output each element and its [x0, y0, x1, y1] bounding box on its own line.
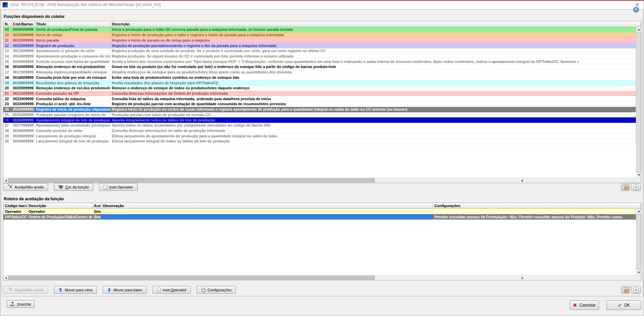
function-color-button[interactable]: Cor da função — [54, 183, 93, 191]
column-header-codbarras[interactable]: Cód.Barras — [12, 21, 35, 27]
cell-observacao — [101, 209, 433, 214]
cell-barcode: 0024009999 — [12, 107, 35, 112]
table-row[interactable]: 150015009999Conf.de insumo com baixa de … — [3, 59, 636, 64]
table-row[interactable]: 220022009999Consulta talões da máquinaCo… — [3, 96, 636, 101]
column-header-observacao[interactable]: Observação — [101, 203, 433, 208]
scroll-up-icon[interactable] — [636, 27, 641, 32]
table-row[interactable]: OperadorOperadorSim — [3, 209, 636, 214]
hscrollbar-thumb[interactable] — [8, 276, 375, 280]
cell-title: Lançamento integral de lote de produção — [35, 139, 110, 144]
table-row[interactable]: 140014009999Apontamento produção e consu… — [3, 54, 636, 59]
functions-grid-header: N. Cód.Barras Título Descrição — [3, 21, 641, 27]
operator-instructions-button[interactable]: Instr.Operador — [152, 286, 191, 294]
column-header-descricao[interactable]: Descrição — [27, 203, 92, 208]
excel-export-icon — [634, 184, 638, 189]
configurations-button[interactable]: Configurações — [196, 286, 236, 294]
ok-button[interactable]: OK — [606, 300, 641, 310]
cell-description: Registro de produção parcial com aceitaç… — [110, 101, 636, 107]
cell-ace: Sim — [92, 214, 101, 219]
cell-description: Consulta lista de talões da máquina info… — [110, 96, 636, 101]
scroll-down-icon[interactable] — [636, 270, 641, 275]
table-row[interactable]: 230023009999Produção c/ aceit. qtd. ins.… — [3, 101, 636, 107]
cell-barcode: 0029009999 — [12, 133, 35, 138]
grid-settings-button[interactable] — [621, 286, 630, 294]
column-header-codigo-barras[interactable]: Código barras — [3, 203, 27, 208]
cell-barcode: 0010009999 — [12, 32, 35, 38]
table-row[interactable]: 090009009999Início de produção/Final de … — [3, 27, 636, 32]
functions-export-group — [621, 183, 641, 191]
table-row[interactable]: 240024009999Registro de início de produç… — [3, 107, 636, 112]
column-header-ace[interactable]: Ace — [92, 203, 101, 208]
table-row[interactable]: 290029009999Lançamento de produção integ… — [3, 133, 636, 139]
excel-export-button[interactable] — [631, 183, 641, 191]
cell-title: Registro de produção — [35, 43, 110, 48]
table-row[interactable]: 100010009999Início de setupRegistra o in… — [3, 32, 636, 38]
main-panel: Funções disponíveis do coletor N. Cód.Ba… — [1, 9, 643, 296]
scroll-up-icon[interactable] — [636, 209, 641, 214]
import-button[interactable]: Importar — [7, 300, 35, 308]
column-header-n[interactable]: N. — [3, 21, 12, 27]
cell-ace: Sim — [92, 209, 101, 214]
functions-vscrollbar[interactable] — [636, 27, 641, 178]
accept-reject-button[interactable]: Aceita/Não aceita — [3, 183, 48, 191]
column-header-descricao[interactable]: Descrição — [110, 21, 641, 27]
scroll-left-icon[interactable] — [3, 275, 8, 280]
cell-title: Início de produção/Final de parada — [35, 27, 110, 32]
help-button[interactable]: ? — [633, 7, 639, 13]
cell-description: Remove o endereço de estoque de todos os… — [110, 86, 636, 91]
scroll-left-icon[interactable] — [3, 178, 8, 183]
table-row[interactable]: 210021009999Consulta posição da OPConsul… — [3, 91, 636, 96]
table-row[interactable]: 270027009999Apontamento talão acumulado … — [3, 123, 636, 128]
move-up-button[interactable]: Mover para cima — [54, 286, 97, 294]
table-row[interactable]: 260026009999Apontamento integral de lote… — [3, 117, 636, 123]
cell-barcode: 0013009999 — [12, 48, 35, 53]
column-header-configuracoes[interactable]: Configurações — [433, 203, 641, 208]
table-row[interactable]: 110011009999Início paradaRegistra o iníc… — [3, 38, 636, 43]
table-row[interactable]: 250025009999Produção parcial c/registro … — [3, 112, 636, 118]
table-row[interactable]: 130013009999Apontamento c/ geração de sé… — [3, 48, 636, 54]
roteiro-hscrollbar[interactable] — [3, 275, 525, 280]
roteiro-vscrollbar[interactable] — [636, 209, 641, 275]
table-row[interactable]: 160016009999Alteração endereço de est.pr… — [3, 64, 636, 70]
cell-description: Grava no lote ou produto (se não for con… — [110, 64, 636, 69]
scroll-right-icon[interactable] — [520, 178, 525, 183]
scroll-down-icon[interactable] — [636, 173, 641, 178]
cell-barcode: 0030009999 — [12, 139, 35, 144]
cell-description: Registra produção. Se algum insumo do CC… — [110, 54, 636, 59]
cell-description: Aceita a leitura dos insumos controlados… — [110, 59, 636, 64]
arrow-down-icon — [107, 288, 111, 292]
cell-description: Registra produção de uma unidade do prod… — [110, 48, 636, 53]
cell-n: 16 — [3, 64, 12, 69]
grid-export-icon — [623, 287, 629, 292]
cell-title: Produção c/ aceit. qtd. ins./lote — [35, 101, 110, 107]
cell-title: Registro de início de produção c/apontam — [35, 107, 110, 112]
cell-n: 29 — [3, 133, 12, 138]
table-row[interactable]: 280028009999Consulta posição do talãoCon… — [3, 128, 636, 134]
grid-settings-button[interactable] — [621, 183, 630, 191]
table-row[interactable]: 180018009999Consulta prod./lote por end.… — [3, 75, 636, 80]
table-row[interactable]: 170017009999Alteração endereço/quantidad… — [3, 70, 636, 75]
table-row[interactable]: 120012009999Registro de produçãoRegistra… — [3, 43, 636, 48]
operator-instructions-button[interactable]: Instr.Operador — [99, 183, 137, 191]
table-row[interactable]: 200020009999Remoção endereço de est.dos … — [3, 86, 636, 91]
functions-caption: Funções disponíveis do coletor — [4, 14, 65, 19]
cell-configuracoes — [433, 209, 636, 214]
functions-hscrollbar[interactable] — [3, 178, 525, 183]
vscrollbar-thumb[interactable] — [637, 32, 641, 173]
column-header-titulo[interactable]: Título — [35, 21, 110, 27]
vscrollbar-thumb[interactable] — [637, 214, 641, 270]
hscrollbar-thumb[interactable] — [8, 178, 375, 182]
scroll-right-icon[interactable] — [520, 275, 525, 280]
cancel-icon — [573, 302, 577, 308]
cell-n: 19 — [3, 80, 12, 85]
cell-description: Consulta diversas informações da Ordem d… — [110, 91, 636, 96]
table-row[interactable]: 190019009999Resultados dos planos de ins… — [3, 80, 636, 86]
table-row[interactable]: 300030009999Lançamento integral de lote … — [3, 139, 636, 144]
excel-export-button[interactable] — [631, 286, 641, 294]
cell-description: Aceita resultados dos planos de inspeção… — [110, 80, 636, 85]
table-row[interactable]: OP/Talão/CCOrdem de Produção/Talão/Centr… — [3, 214, 636, 220]
cancel-button[interactable]: Cancelar — [570, 300, 599, 310]
cell-n: 27 — [3, 123, 12, 128]
cell-title: Resultados dos planos de inspeção — [35, 80, 110, 85]
move-down-button[interactable]: Mover para baixo — [103, 286, 147, 294]
